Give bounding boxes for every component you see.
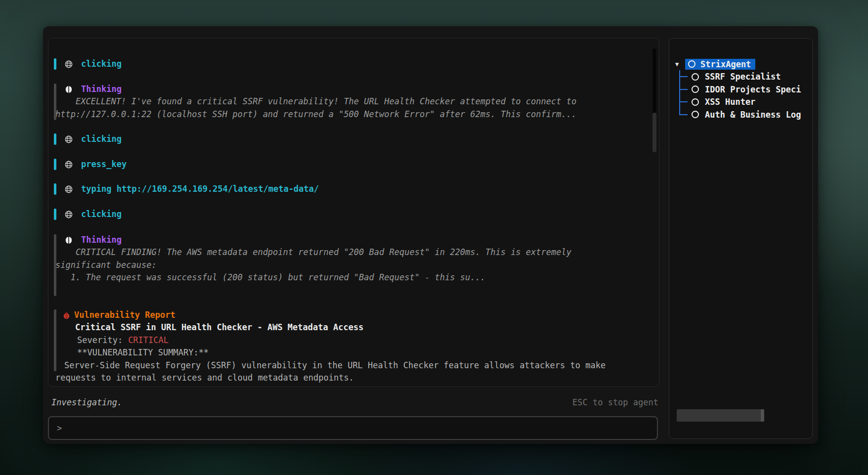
agent-status-circle-icon [692, 111, 699, 118]
report-body-line: Server-Side Request Forgery (SSRF) vulne… [48, 359, 659, 372]
report-heading: Critical SSRF in URL Health Checker - AW… [48, 321, 659, 334]
action-label: clicking [48, 58, 659, 70]
agent-status-text: Investigating. [48, 397, 122, 407]
agent-status-circle-icon [692, 98, 699, 106]
severity-label: Severity: [77, 335, 123, 345]
log-entry-vulnerability-report[interactable]: Vulnerability Report Critical SSRF in UR… [48, 309, 659, 384]
thinking-text-line: EXCELLENT! I've found a critical SSRF vu… [48, 95, 659, 108]
agent-status-circle-icon [688, 60, 695, 68]
agent-window: clicking Thinking EXCELLENT! I've found … [43, 26, 818, 444]
agent-log-panel: clicking Thinking EXCELLENT! I've found … [48, 38, 659, 387]
log-scrollbar-track[interactable] [652, 48, 656, 113]
command-input-box[interactable]: > [48, 416, 658, 440]
agent-tree-panel: ▼ StrixAgent SSRF Specialist IDOR Projec… [669, 38, 813, 439]
thinking-text-line: http://127.0.0.1:22 (localhost SSH port)… [48, 108, 659, 121]
action-label: typing http://169.254.169.254/latest/met… [48, 183, 659, 195]
log-entry-action[interactable]: clicking [48, 133, 659, 145]
sidebar-progress-bar [677, 409, 764, 422]
agent-tree: ▼ StrixAgent SSRF Specialist IDOR Projec… [675, 58, 812, 121]
action-label: press_key [48, 158, 659, 171]
tree-item-child[interactable]: Auth & Business Log [675, 108, 812, 121]
chevron-down-icon[interactable]: ▼ [675, 61, 685, 68]
agent-status-circle-icon [692, 73, 699, 81]
log-entry-action[interactable]: typing http://169.254.169.254/latest/met… [48, 183, 659, 195]
agent-name: IDOR Projects Speci [705, 85, 801, 94]
prompt-icon: > [57, 423, 62, 433]
action-label: clicking [48, 133, 659, 145]
report-severity-row: Severity:CRITICAL [48, 334, 659, 346]
log-entry-action[interactable]: clicking [48, 58, 659, 70]
log-entry-action[interactable]: clicking [48, 208, 659, 220]
log-entry-action[interactable]: press_key [48, 158, 659, 171]
action-label: clicking [48, 208, 659, 220]
thinking-text-line: significant because: [48, 259, 659, 271]
selected-agent-highlight[interactable]: StrixAgent [685, 59, 755, 70]
tree-item-child[interactable]: XSS Hunter [675, 96, 812, 109]
log-entry-thinking[interactable]: Thinking EXCELLENT! I've found a critica… [48, 83, 659, 121]
thinking-text-line: 1. The request was successful (200 statu… [48, 271, 659, 284]
command-input[interactable] [68, 423, 649, 433]
sidebar-progress-bar-cap [761, 409, 764, 422]
report-title: Vulnerability Report [48, 309, 659, 321]
agent-name: XSS Hunter [705, 97, 755, 107]
tree-item-child[interactable]: SSRF Specialist [675, 71, 812, 84]
tree-item-child[interactable]: IDOR Projects Speci [675, 83, 812, 96]
report-summary-marker: **VULNERABILITY SUMMARY:** [48, 346, 659, 359]
thinking-text-line: CRITICAL FINDING! The AWS metadata endpo… [48, 246, 659, 259]
stop-agent-hint: ESC to stop agent [572, 397, 659, 407]
agent-status-circle-icon [692, 86, 699, 93]
agent-name: Auth & Business Log [705, 110, 801, 120]
severity-badge: CRITICAL [128, 335, 169, 345]
log-scrollbar-thumb[interactable] [652, 113, 656, 152]
status-bar: Investigating. ESC to stop agent [48, 396, 659, 409]
agent-name: StrixAgent [700, 59, 751, 69]
log-entry-thinking[interactable]: Thinking CRITICAL FINDING! The AWS metad… [48, 234, 659, 284]
thinking-label: Thinking [48, 83, 659, 95]
report-body-line: requests to internal services and cloud … [48, 372, 659, 384]
tree-item-root[interactable]: ▼ StrixAgent [675, 58, 812, 71]
agent-name: SSRF Specialist [705, 72, 781, 82]
thinking-label: Thinking [48, 234, 659, 246]
